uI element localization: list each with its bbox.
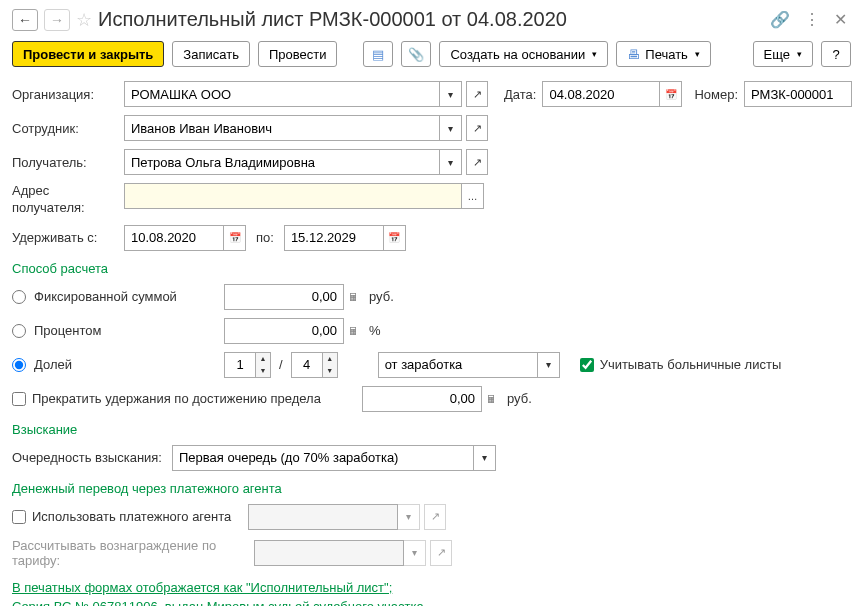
denominator-spinner[interactable]: ▲▼	[291, 352, 338, 378]
numerator-spinner[interactable]: ▲▼	[224, 352, 271, 378]
save-button[interactable]: Записать	[172, 41, 250, 67]
dropdown-button[interactable]: ▾	[398, 504, 420, 530]
sick-leave-label: Учитывать больничные листы	[600, 357, 782, 372]
to-label: по:	[256, 230, 274, 245]
post-and-close-button[interactable]: Провести и закрыть	[12, 41, 164, 67]
base-input[interactable]	[378, 352, 538, 378]
number-input[interactable]	[744, 81, 852, 107]
forward-button[interactable]: →	[44, 9, 70, 31]
back-button[interactable]: ←	[12, 9, 38, 31]
percent-label: Процентом	[34, 323, 224, 338]
open-button[interactable]: ↗	[430, 540, 452, 566]
fixed-label: Фиксированной суммой	[34, 289, 224, 304]
dropdown-button[interactable]: ▾	[538, 352, 560, 378]
document-icon: ▤	[372, 47, 384, 62]
open-button[interactable]: ↗	[466, 115, 488, 141]
dropdown-button[interactable]: ▾	[440, 149, 462, 175]
date-label: Дата:	[504, 87, 536, 102]
stop-limit-checkbox[interactable]	[12, 392, 26, 406]
percent-value-input[interactable]	[224, 318, 344, 344]
use-agent-label: Использовать платежного агента	[32, 509, 248, 524]
use-agent-checkbox[interactable]	[12, 510, 26, 524]
post-button[interactable]: Провести	[258, 41, 338, 67]
stop-value-input[interactable]	[362, 386, 482, 412]
stop-limit-label: Прекратить удержания по достижению преде…	[32, 391, 362, 406]
calendar-button[interactable]: 📅	[384, 225, 406, 251]
recipient-label: Получатель:	[12, 155, 124, 170]
rub-unit: руб.	[369, 289, 394, 304]
recipient-input[interactable]	[124, 149, 440, 175]
open-button[interactable]: ↗	[466, 81, 488, 107]
caret-down-icon: ▾	[695, 49, 700, 59]
pct-unit: %	[369, 323, 381, 338]
spin-down[interactable]: ▼	[323, 365, 337, 377]
slash: /	[279, 357, 283, 372]
number-label: Номер:	[694, 87, 738, 102]
withhold-label: Удерживать с:	[12, 230, 124, 245]
calculator-icon[interactable]: 🖩	[344, 325, 363, 337]
window-title: Исполнительный лист РМЗК-000001 от 04.08…	[98, 8, 567, 31]
address-label: Адрес получателя:	[12, 183, 124, 217]
numerator-input[interactable]	[225, 353, 255, 377]
org-input[interactable]	[124, 81, 440, 107]
withhold-from-input[interactable]	[124, 225, 224, 251]
withhold-to-input[interactable]	[284, 225, 384, 251]
close-icon[interactable]: ✕	[830, 10, 851, 29]
help-button[interactable]: ?	[821, 41, 851, 67]
calendar-button[interactable]: 📅	[660, 81, 682, 107]
agent-section-title: Денежный перевод через платежного агента	[12, 481, 851, 496]
open-button[interactable]: ↗	[466, 149, 488, 175]
spin-up[interactable]: ▲	[323, 353, 337, 365]
fee-label: Рассчитывать вознаграждение по тарифу:	[12, 538, 254, 568]
caret-down-icon: ▾	[592, 49, 597, 59]
spin-up[interactable]: ▲	[256, 353, 270, 365]
rub-unit2: руб.	[507, 391, 532, 406]
more-button[interactable]: Еще▾	[753, 41, 813, 67]
print-button[interactable]: 🖶Печать▾	[616, 41, 711, 67]
create-based-button[interactable]: Создать на основании▾	[439, 41, 608, 67]
fixed-radio[interactable]	[12, 290, 26, 304]
dropdown-button[interactable]: ▾	[440, 115, 462, 141]
movements-button[interactable]: ▤	[363, 41, 393, 67]
calc-section-title: Способ расчета	[12, 261, 851, 276]
dropdown-button[interactable]: ▾	[404, 540, 426, 566]
order-input[interactable]	[172, 445, 474, 471]
printer-icon: 🖶	[627, 47, 640, 62]
link-icon[interactable]: 🔗	[766, 10, 794, 29]
fixed-value-input[interactable]	[224, 284, 344, 310]
open-button[interactable]: ↗	[424, 504, 446, 530]
date-input[interactable]	[542, 81, 660, 107]
caret-down-icon: ▾	[797, 49, 802, 59]
share-label: Долей	[34, 357, 224, 372]
agent-input	[248, 504, 398, 530]
dropdown-button[interactable]: ▾	[440, 81, 462, 107]
calculator-icon[interactable]: 🖩	[344, 291, 363, 303]
dropdown-button[interactable]: ▾	[474, 445, 496, 471]
spin-down[interactable]: ▼	[256, 365, 270, 377]
employee-label: Сотрудник:	[12, 121, 124, 136]
address-input[interactable]	[124, 183, 462, 209]
calculator-icon[interactable]: 🖩	[482, 393, 501, 405]
attachments-button[interactable]: 📎	[401, 41, 431, 67]
org-label: Организация:	[12, 87, 124, 102]
percent-radio[interactable]	[12, 324, 26, 338]
fee-input	[254, 540, 404, 566]
menu-icon[interactable]: ⋮	[800, 10, 824, 29]
dots-button[interactable]: …	[462, 183, 484, 209]
paperclip-icon: 📎	[408, 47, 424, 62]
denominator-input[interactable]	[292, 353, 322, 377]
employee-input[interactable]	[124, 115, 440, 141]
order-label: Очередность взыскания:	[12, 450, 172, 465]
sick-leave-checkbox[interactable]	[580, 358, 594, 372]
print-form-link[interactable]: В печатных формах отображается как "Испо…	[12, 578, 432, 606]
share-radio[interactable]	[12, 358, 26, 372]
calendar-button[interactable]: 📅	[224, 225, 246, 251]
collection-section-title: Взыскание	[12, 422, 851, 437]
favorite-icon[interactable]: ☆	[76, 9, 92, 31]
